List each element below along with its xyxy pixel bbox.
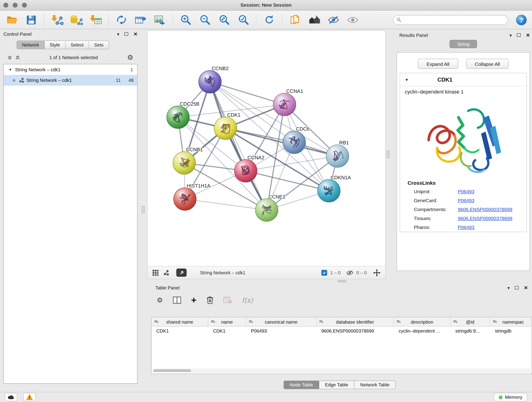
- panel-menu-chevron-icon[interactable]: ▾: [117, 32, 119, 36]
- crosslink-link[interactable]: P06493: [458, 189, 474, 194]
- table-cell[interactable]: cyclin–dependent ...: [394, 327, 451, 336]
- network-node-RB1[interactable]: RB1: [326, 140, 349, 167]
- network-overview-icon[interactable]: [163, 270, 169, 276]
- function-builder-icon[interactable]: f(x): [242, 296, 253, 304]
- gene-entry-header[interactable]: ▼ CDK1: [400, 73, 526, 86]
- table-cell[interactable]: P06493: [246, 327, 317, 336]
- delete-trash-icon[interactable]: [206, 296, 213, 304]
- network-node-CCNA1[interactable]: CCNA1: [273, 88, 303, 116]
- import-network-from-database-button[interactable]: [69, 12, 84, 28]
- network-node-CCNB1[interactable]: CCNB1: [173, 147, 203, 174]
- network-node-CDC6[interactable]: CDC6: [283, 126, 310, 154]
- zoom-in-button[interactable]: [178, 12, 194, 28]
- left-splitter-handle[interactable]: [142, 206, 145, 214]
- table-cell[interactable]: 9606.ENSP00000378699: [317, 327, 394, 336]
- crosshair-move-icon[interactable]: [373, 269, 380, 276]
- export-network-button[interactable]: [177, 269, 187, 277]
- panel-close-icon[interactable]: ✕: [526, 33, 530, 38]
- zoom-selected-button[interactable]: [235, 12, 251, 28]
- table-settings-gear-icon[interactable]: ⚙: [157, 297, 163, 304]
- network-view[interactable]: CCNB2CCNA1CDC25BCDK1CDC6RB1CCNB1CCNA2CDK…: [147, 30, 386, 279]
- network-tools-button[interactable]: [114, 12, 129, 28]
- delete-table-icon[interactable]: [223, 296, 232, 304]
- network-from-table-button[interactable]: [133, 12, 148, 28]
- warnings-button[interactable]: [23, 393, 36, 401]
- table-cell[interactable]: CDK1: [208, 327, 246, 336]
- hidden-eye-slash-icon[interactable]: [346, 270, 353, 275]
- tab-select[interactable]: Select: [65, 41, 89, 49]
- tab-style[interactable]: Style: [44, 41, 65, 49]
- network-collection-row[interactable]: ▼ String Network – cdk1 1: [4, 64, 137, 75]
- expand-all-icon[interactable]: [16, 55, 20, 60]
- column-header[interactable]: name: [208, 317, 246, 326]
- add-column-icon[interactable]: [173, 296, 181, 304]
- panel-menu-chevron-icon[interactable]: ▾: [510, 33, 512, 37]
- column-header[interactable]: canonical name: [246, 317, 317, 326]
- home-button[interactable]: [306, 12, 322, 28]
- crosslink-link[interactable]: 9606.ENSP00000378699: [458, 207, 512, 212]
- copy-button[interactable]: [287, 12, 303, 28]
- memory-button[interactable]: Memory: [494, 393, 527, 402]
- network-node-HIST1H1A[interactable]: HIST1H1A: [174, 183, 210, 211]
- expand-all-button[interactable]: Expand All: [418, 59, 458, 69]
- tab-sets[interactable]: Sets: [89, 41, 109, 49]
- network-canvas[interactable]: CCNB2CCNA1CDC25BCDK1CDC6RB1CCNB1CCNA2CDK…: [147, 31, 385, 267]
- hide-graphics-details-button[interactable]: [345, 12, 361, 28]
- zoom-fit-button[interactable]: [216, 12, 232, 28]
- panel-float-icon[interactable]: [124, 32, 128, 36]
- column-header[interactable]: @id: [451, 317, 490, 326]
- panel-menu-chevron-icon[interactable]: ▾: [507, 286, 510, 290]
- network-edge[interactable]: [185, 199, 267, 210]
- network-node-CCNB2[interactable]: CCNB2: [199, 65, 229, 93]
- export-image-button[interactable]: [152, 12, 168, 28]
- tab-edge-table[interactable]: Edge Table: [319, 381, 355, 389]
- column-header[interactable]: description: [394, 317, 451, 326]
- scrollbar-thumb[interactable]: [153, 369, 191, 372]
- horizontal-splitter-handle[interactable]: [337, 280, 346, 282]
- tab-node-table[interactable]: Node Table: [283, 381, 319, 389]
- zoom-out-button[interactable]: [197, 12, 213, 28]
- add-row-plus-icon[interactable]: +: [191, 295, 196, 305]
- network-edge[interactable]: [210, 82, 285, 104]
- crosslink-link[interactable]: P06493: [458, 225, 474, 230]
- network-edge[interactable]: [210, 82, 267, 210]
- column-header[interactable]: database identifier: [317, 317, 394, 326]
- network-edge[interactable]: [225, 128, 337, 156]
- tab-network-table[interactable]: Network Table: [354, 381, 396, 389]
- panel-close-icon[interactable]: ✕: [524, 285, 528, 290]
- table-cell[interactable]: stringdb:9...: [451, 327, 490, 336]
- tab-network[interactable]: Network: [17, 41, 45, 49]
- collapse-all-icon[interactable]: [7, 55, 12, 60]
- tab-string[interactable]: String: [450, 40, 477, 48]
- selected-checkbox-icon[interactable]: [321, 270, 327, 276]
- network-row[interactable]: String Network – cdk1 11 48: [4, 75, 137, 86]
- crosslink-link[interactable]: P06493: [458, 198, 474, 203]
- panel-float-icon[interactable]: [515, 286, 519, 289]
- cloud-status-button[interactable]: [5, 393, 17, 401]
- save-session-button[interactable]: [23, 12, 39, 28]
- table-row[interactable]: CDK1 CDK1 P06493 9606.ENSP00000378699 cy…: [152, 327, 532, 336]
- panel-float-icon[interactable]: [517, 33, 521, 37]
- birds-eye-view-icon[interactable]: [152, 269, 159, 276]
- column-header[interactable]: shared name: [152, 317, 209, 326]
- table-cell[interactable]: CDK1: [152, 327, 209, 336]
- chevron-down-icon[interactable]: ▼: [9, 68, 12, 72]
- network-node-CDC25B[interactable]: CDC25B: [167, 101, 200, 128]
- horizontal-scrollbar[interactable]: [152, 369, 531, 373]
- column-header[interactable]: namespac: [490, 317, 532, 326]
- import-network-from-file-button[interactable]: [49, 12, 65, 28]
- gear-icon[interactable]: ⚙: [127, 54, 133, 61]
- panel-close-icon[interactable]: ✕: [133, 32, 138, 36]
- right-splitter-handle[interactable]: [387, 151, 390, 158]
- import-table-from-file-button[interactable]: [88, 12, 104, 28]
- show-graphics-details-button[interactable]: [326, 12, 341, 28]
- search-box[interactable]: [393, 15, 508, 25]
- collapse-all-button[interactable]: Collapse All: [466, 59, 509, 69]
- search-input[interactable]: [404, 17, 504, 22]
- help-button[interactable]: ?: [515, 13, 528, 26]
- node-label: CCNA2: [247, 155, 264, 160]
- refresh-button[interactable]: [261, 12, 277, 28]
- open-session-button[interactable]: [4, 12, 20, 28]
- crosslink-link[interactable]: 9606.ENSP00000378699: [458, 216, 512, 221]
- table-cell[interactable]: stringdb: [490, 327, 532, 336]
